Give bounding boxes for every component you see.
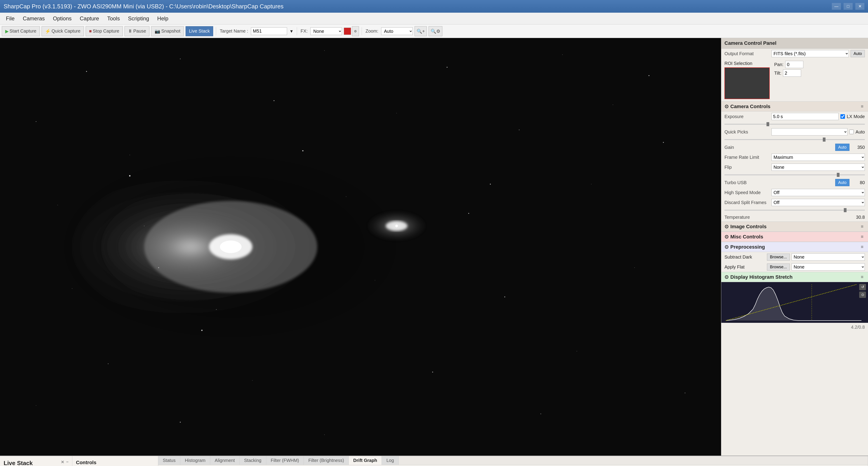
live-stack-close[interactable]: ✕ xyxy=(61,460,64,465)
svg-point-7 xyxy=(36,121,36,122)
target-dropdown-icon[interactable]: ▾ xyxy=(289,28,294,34)
camera-controls-menu[interactable]: ≡ xyxy=(860,104,865,110)
stop-capture-button[interactable]: ■ Stop Capture xyxy=(86,26,123,36)
output-auto-button[interactable]: Auto xyxy=(850,50,865,57)
gain-auto-button[interactable]: Auto xyxy=(835,144,849,151)
flip-combo[interactable]: None xyxy=(772,164,865,171)
quick-capture-button[interactable]: ⚡ Quick Capture xyxy=(41,26,84,36)
image-controls-title: Image Controls xyxy=(730,224,767,230)
exposure-input[interactable] xyxy=(772,113,839,120)
svg-point-13 xyxy=(663,142,664,143)
tilt-label: Tilt: xyxy=(774,70,781,76)
close-button[interactable]: ✕ xyxy=(855,3,864,10)
svg-point-9 xyxy=(274,100,274,101)
tab-histogram[interactable]: Histogram xyxy=(180,456,210,465)
subtract-dark-browse[interactable]: Browse... xyxy=(767,254,790,261)
preprocessing-header[interactable]: ⊙ Preprocessing ≡ xyxy=(721,242,868,252)
start-capture-button[interactable]: ▶ Start Capture xyxy=(2,26,40,36)
live-stack-button[interactable]: Live Stack xyxy=(186,26,213,36)
turbo-usb-auto-button[interactable]: Auto xyxy=(835,179,849,186)
histogram-stretch-header[interactable]: ⊙ Display Histogram Stretch ≡ xyxy=(721,272,868,282)
output-format-row: Output Format FITS files (*.fits) Auto xyxy=(721,49,868,59)
tab-filter-fwhm[interactable]: Filter (FWHM) xyxy=(266,456,304,465)
roi-pan-tilt: Pan: Tilt: xyxy=(774,61,803,77)
menu-options[interactable]: Options xyxy=(49,14,76,23)
exposure-slider-thumb[interactable] xyxy=(767,122,769,126)
charts-panel: Status Histogram Alignment Stacking Filt… xyxy=(158,456,868,466)
turbo-usb-slider-row xyxy=(721,172,868,178)
live-stack-minimize[interactable]: − xyxy=(66,460,68,464)
menu-file[interactable]: File xyxy=(2,14,19,23)
image-controls-header[interactable]: ⊙ Image Controls ≡ xyxy=(721,222,868,232)
target-name-input[interactable] xyxy=(251,27,287,35)
tab-alignment[interactable]: Alignment xyxy=(210,456,240,465)
pause-button[interactable]: ⏸ Pause xyxy=(125,26,150,36)
output-format-combo[interactable]: FITS files (*.fits) xyxy=(772,50,849,57)
color-swatch-red[interactable] xyxy=(344,28,351,35)
controls-section: Controls Align Frames FWHM Filter Bright… xyxy=(72,456,158,466)
tab-log[interactable]: Log xyxy=(382,456,399,465)
svg-point-4 xyxy=(447,67,447,68)
exposure-row: Exposure LX Mode xyxy=(721,112,868,121)
tab-status[interactable]: Status xyxy=(158,456,180,465)
image-controls-chevron: ⊙ xyxy=(724,224,728,230)
fx-settings-button[interactable]: ⚙ xyxy=(352,26,359,36)
misc-controls-menu[interactable]: ≡ xyxy=(860,234,865,240)
pan-label: Pan: xyxy=(774,62,783,67)
menu-tools[interactable]: Tools xyxy=(103,14,124,23)
svg-point-8 xyxy=(129,155,130,155)
discard-split-combo[interactable]: Off xyxy=(772,199,865,206)
svg-point-22 xyxy=(504,297,505,297)
svg-point-19 xyxy=(72,288,72,289)
turbo-usb-slider-thumb[interactable] xyxy=(837,173,839,177)
zoom-settings-button[interactable]: 🔍⚙ xyxy=(429,26,442,36)
roi-label: ROI Selection xyxy=(724,61,770,66)
zoom-combo[interactable]: Auto xyxy=(381,27,413,35)
high-speed-combo[interactable]: Off xyxy=(772,189,865,196)
camera-panel-header: Camera Control Panel xyxy=(721,38,868,49)
svg-text:↺: ↺ xyxy=(861,285,864,289)
roi-preview xyxy=(724,67,770,99)
zoom-in-button[interactable]: 🔍+ xyxy=(414,26,427,36)
gain-label: Gain xyxy=(724,145,770,150)
menu-help[interactable]: Help xyxy=(153,14,173,23)
tab-filter-brightness[interactable]: Filter (Brightness) xyxy=(304,456,349,465)
tab-drift-graph[interactable]: Drift Graph xyxy=(349,456,382,465)
snapshot-button[interactable]: 📷 Snapshot xyxy=(151,26,184,36)
svg-point-10 xyxy=(397,113,397,113)
histogram-stretch-menu[interactable]: ≡ xyxy=(860,274,865,280)
svg-point-11 xyxy=(519,129,520,130)
svg-point-43 xyxy=(201,329,203,331)
frame-rate-combo[interactable]: Maximum xyxy=(772,154,865,161)
live-stack-info: Live Stack − ✕ Overview Frames Stacked: … xyxy=(0,456,72,466)
svg-point-40 xyxy=(395,225,398,227)
apply-flat-combo[interactable]: None xyxy=(792,263,865,270)
quick-picks-auto-checkbox[interactable] xyxy=(849,129,854,134)
apply-flat-browse[interactable]: Browse... xyxy=(767,264,790,270)
tab-stacking[interactable]: Stacking xyxy=(240,456,266,465)
camera-controls-header[interactable]: ⊙ Camera Controls ≡ xyxy=(721,101,868,112)
subtract-dark-combo[interactable]: None xyxy=(792,253,865,261)
preprocessing-menu[interactable]: ≡ xyxy=(860,244,865,250)
svg-point-2 xyxy=(180,59,181,59)
gain-slider-thumb[interactable] xyxy=(823,138,826,142)
flip-label: Flip xyxy=(724,165,770,170)
tilt-input[interactable] xyxy=(783,69,801,77)
svg-point-5 xyxy=(562,55,563,55)
misc-controls-header[interactable]: ⊙ Misc Controls ≡ xyxy=(721,232,868,242)
fx-label: FX: xyxy=(301,29,308,34)
menu-cameras[interactable]: Cameras xyxy=(19,14,49,23)
menu-scripting[interactable]: Scripting xyxy=(124,14,153,23)
toolbar: ▶ Start Capture ⚡ Quick Capture ■ Stop C… xyxy=(0,24,868,38)
pan-input[interactable] xyxy=(785,61,803,68)
target-name-label: Target Name : xyxy=(220,29,248,34)
quick-picks-combo[interactable] xyxy=(772,128,847,136)
fx-combo[interactable]: None xyxy=(310,27,342,35)
minimize-button[interactable]: — xyxy=(832,3,841,10)
temperature-value: 30.8 xyxy=(851,215,865,220)
image-controls-menu[interactable]: ≡ xyxy=(860,224,865,230)
lx-mode-checkbox[interactable] xyxy=(840,114,845,119)
temperature-slider-thumb[interactable] xyxy=(844,208,846,212)
maximize-button[interactable]: □ xyxy=(844,3,852,10)
menu-capture[interactable]: Capture xyxy=(76,14,103,23)
